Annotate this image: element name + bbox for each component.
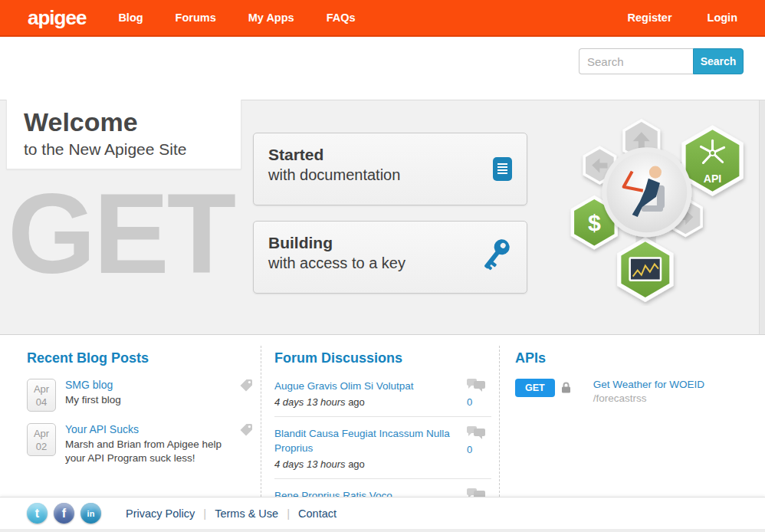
content-section: Recent Blog Posts Apr 04 SMG blog My fir… — [0, 335, 765, 497]
card-subtitle: with access to a key — [268, 253, 473, 273]
card-get-started[interactable]: Started with documentation — [253, 133, 527, 205]
date-month: Apr — [28, 383, 55, 396]
post-main: SMG blog My first blog — [65, 379, 228, 412]
blog-post-body: Marsh and Brian from Apigee help your AP… — [65, 438, 228, 465]
post-main: Your API Sucks Marsh and Brian from Apig… — [65, 423, 228, 465]
forum-column: Forum Discussions Augue Gravis Olim Si V… — [274, 350, 491, 497]
footer-links: Privacy Policy | Terms & Use | Contact — [117, 507, 345, 520]
footer-link-contact[interactable]: Contact — [298, 507, 337, 520]
document-icon — [493, 157, 512, 184]
forum-topic-time: 4 days 13 hours ago — [274, 458, 458, 470]
footer-link-terms[interactable]: Terms & Use — [215, 507, 278, 520]
search-button[interactable]: Search — [693, 48, 744, 74]
lock-icon — [561, 382, 571, 396]
footer-separator: | — [287, 507, 290, 520]
comment-count[interactable]: 0 — [467, 396, 491, 408]
column-divider — [499, 346, 500, 497]
blog-post: Apr 02 Your API Sucks Marsh and Brian fr… — [27, 423, 253, 465]
footer-separator: | — [203, 507, 206, 520]
topic-meta — [467, 488, 491, 497]
api-title[interactable]: Get Weather for WOEID — [593, 379, 704, 390]
forum-topic-title[interactable]: Blandit Causa Feugiat Incassum Nulla Pro… — [274, 426, 458, 455]
forum-heading: Forum Discussions — [274, 350, 491, 366]
topic-main: Blandit Causa Feugiat Incassum Nulla Pro… — [274, 426, 467, 470]
comments-icon — [467, 381, 485, 394]
dollar-hex-label: $ — [588, 210, 601, 235]
date-month: Apr — [28, 427, 55, 440]
card-title: Building — [268, 233, 473, 253]
hero-section: Welcome to the New Apigee Site GET Start… — [0, 100, 765, 335]
blog-post: Apr 04 SMG blog My first blog — [27, 379, 253, 412]
card-get-building[interactable]: Building with access to a key — [253, 221, 527, 294]
bottom-strip — [0, 529, 765, 532]
blog-post-body: My first blog — [65, 393, 228, 407]
topic-meta: 0 — [467, 379, 491, 408]
chart-hexagon — [617, 237, 673, 302]
api-path: /forecastrss — [593, 392, 704, 404]
http-method-badge[interactable]: GET — [515, 379, 555, 397]
forum-topic-title[interactable]: Augue Gravis Olim Si Volutpat — [274, 379, 458, 393]
time-suffix: ago — [346, 458, 365, 470]
nav-item-blog[interactable]: Blog — [118, 11, 143, 24]
tag-icon[interactable] — [239, 423, 253, 465]
key-icon — [484, 237, 514, 283]
search-input[interactable] — [579, 48, 693, 74]
search-bar: Search — [579, 48, 744, 74]
page-footer: t f in Privacy Policy | Terms & Use | Co… — [0, 497, 765, 529]
date-badge: Apr 04 — [27, 379, 56, 412]
forum-topic-time: 4 days 13 hours ago — [274, 396, 458, 408]
nav-item-register[interactable]: Register — [628, 11, 672, 24]
apis-heading: APIs — [515, 350, 745, 366]
blog-heading: Recent Blog Posts — [27, 350, 253, 366]
nav-item-faqs[interactable]: FAQs — [327, 11, 356, 24]
forum-topic-title[interactable]: Bene Proprius Ratis Voco — [274, 488, 458, 497]
comments-icon — [467, 491, 485, 497]
date-badge: Apr 02 — [27, 423, 56, 456]
blog-post-title[interactable]: SMG blog — [65, 379, 228, 391]
page-header: Search — [0, 37, 765, 100]
time-suffix: ago — [346, 396, 365, 408]
topic-main: Bene Proprius Ratis Voco — [274, 488, 467, 497]
card-title: Started — [268, 145, 473, 165]
comments-icon — [467, 429, 485, 442]
forum-topic: Blandit Causa Feugiat Incassum Nulla Pro… — [274, 426, 491, 479]
api-hex-label: API — [704, 172, 722, 185]
linkedin-icon[interactable]: in — [80, 503, 101, 524]
column-divider — [261, 346, 261, 497]
nav-item-my-apps[interactable]: My Apps — [248, 11, 294, 24]
apis-column: APIs GET Get Weather for WOEID /forecast… — [515, 350, 745, 404]
topic-meta: 0 — [467, 426, 491, 470]
comment-count[interactable]: 0 — [467, 444, 491, 455]
apigee-logo[interactable]: apigee — [28, 6, 86, 30]
forum-topic: Augue Gravis Olim Si Volutpat 4 days 13 … — [274, 379, 491, 417]
hero-illustration: API $ — [566, 113, 759, 306]
api-row: GET Get Weather for WOEID /forecastrss — [515, 379, 745, 404]
welcome-subtitle: to the New Apigee Site — [24, 140, 241, 159]
nav-item-login[interactable]: Login — [708, 11, 737, 24]
date-day: 02 — [28, 440, 55, 453]
forum-topic: Bene Proprius Ratis Voco — [274, 488, 491, 497]
time-relative: 4 days 13 hours — [274, 396, 346, 408]
welcome-title: Welcome — [24, 107, 241, 137]
top-navbar: apigee Blog Forums My Apps FAQs Register… — [0, 0, 765, 37]
welcome-box: Welcome to the New Apigee Site — [6, 100, 241, 169]
hero-big-word: GET — [8, 177, 234, 291]
hero-right-strip — [759, 100, 765, 334]
date-day: 04 — [28, 396, 55, 409]
topic-main: Augue Gravis Olim Si Volutpat 4 days 13 … — [274, 379, 467, 408]
card-subtitle: with documentation — [268, 165, 473, 185]
tag-icon[interactable] — [239, 379, 253, 412]
twitter-icon[interactable]: t — [27, 503, 48, 524]
footer-link-privacy[interactable]: Privacy Policy — [126, 507, 195, 520]
facebook-icon[interactable]: f — [54, 503, 74, 524]
nav-item-forums[interactable]: Forums — [176, 11, 216, 24]
api-main: Get Weather for WOEID /forecastrss — [593, 379, 704, 404]
blog-post-title[interactable]: Your API Sucks — [65, 423, 228, 435]
time-relative: 4 days 13 hours — [274, 458, 346, 470]
blog-column: Recent Blog Posts Apr 04 SMG blog My fir… — [27, 350, 253, 477]
